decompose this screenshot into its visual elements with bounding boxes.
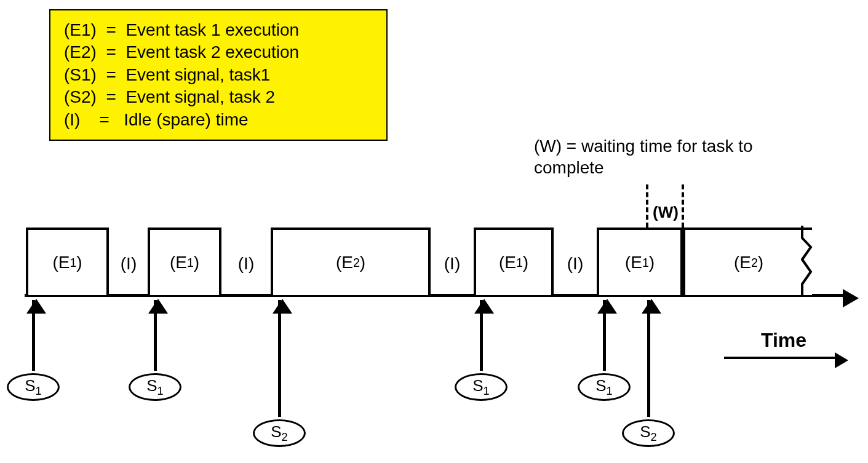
signal-label-s1: S1 bbox=[578, 373, 631, 401]
idle-label: (I) bbox=[444, 254, 460, 274]
waiting-time-caption: (W) = waiting time for task to complete bbox=[534, 135, 860, 178]
signal-arrow bbox=[480, 300, 483, 371]
exec-block-e1: (E1) bbox=[597, 228, 683, 295]
legend-row: (S2) = Event signal, task 2 bbox=[64, 86, 373, 108]
time-axis-label: Time bbox=[761, 329, 806, 352]
exec-block-e1: (E1) bbox=[26, 228, 109, 295]
legend-row: (I) = Idle (spare) time bbox=[64, 109, 373, 131]
signal-arrow bbox=[154, 300, 157, 371]
signal-label-s1: S1 bbox=[455, 373, 508, 401]
signal-arrow bbox=[32, 300, 35, 371]
signal-arrow bbox=[278, 300, 281, 417]
signal-label-s2: S2 bbox=[622, 419, 675, 447]
idle-label: (I) bbox=[238, 254, 254, 274]
torn-edge-icon bbox=[801, 226, 813, 296]
w-marker-right bbox=[682, 184, 684, 228]
legend-row: (E1) = Event task 1 execution bbox=[64, 19, 373, 41]
legend-row: (S1) = Event signal, task1 bbox=[64, 64, 373, 86]
exec-block-e1: (E1) bbox=[148, 228, 221, 295]
exec-block-e2: (E2) bbox=[683, 228, 812, 295]
signal-arrow bbox=[603, 300, 606, 371]
legend-row: (E2) = Event task 2 execution bbox=[64, 41, 373, 63]
signal-label-s2: S2 bbox=[253, 419, 306, 447]
w-label: (W) bbox=[653, 203, 679, 222]
exec-block-e1: (E1) bbox=[474, 228, 554, 295]
idle-label: (I) bbox=[121, 254, 137, 274]
exec-block-e2: (E2) bbox=[271, 228, 431, 295]
signal-label-s1: S1 bbox=[129, 373, 181, 401]
w-marker-left bbox=[646, 184, 648, 228]
idle-label: (I) bbox=[567, 254, 583, 274]
legend-box: (E1) = Event task 1 execution (E2) = Eve… bbox=[49, 9, 388, 141]
time-direction-arrow bbox=[724, 357, 835, 359]
signal-arrow bbox=[647, 300, 650, 417]
signal-label-s1: S1 bbox=[7, 373, 60, 401]
